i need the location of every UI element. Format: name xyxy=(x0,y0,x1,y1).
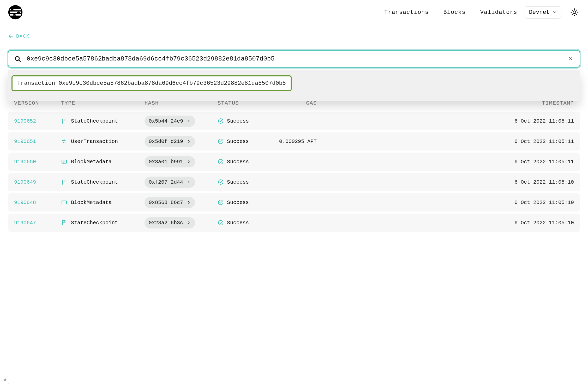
type-label: StateCheckpoint xyxy=(71,118,118,124)
hash-text: 0x3a01…b991 xyxy=(149,159,183,165)
timestamp-cell: 6 Oct 2022 11:05:11 xyxy=(317,159,574,165)
type-cell: BlockMetadata xyxy=(61,159,145,165)
chevron-right-icon xyxy=(187,221,191,225)
timestamp-cell: 6 Oct 2022 11:05:11 xyxy=(317,138,574,144)
flag-icon xyxy=(61,220,67,226)
chevron-right-icon xyxy=(187,139,191,143)
hash-text: 0x5d0f…d219 xyxy=(149,138,183,144)
type-cell: StateCheckpoint xyxy=(61,220,145,226)
type-label: UserTransaction xyxy=(71,138,118,144)
status-label: Success xyxy=(227,118,249,124)
hash-pill[interactable]: 0x5b44…24e9 xyxy=(145,116,195,127)
gas-cell: 0.000295 APT xyxy=(272,138,317,144)
chevron-right-icon xyxy=(187,119,191,123)
chevron-right-icon xyxy=(187,180,191,184)
status-cell: Success xyxy=(218,159,272,165)
version-link[interactable]: 9190652 xyxy=(14,118,61,124)
network-select[interactable]: Devnet xyxy=(525,6,561,19)
hash-pill[interactable]: 0x3a01…b991 xyxy=(145,156,195,167)
flag-icon xyxy=(61,179,67,185)
type-label: BlockMetadata xyxy=(71,159,112,165)
status-cell: Success xyxy=(218,199,272,206)
type-label: StateCheckpoint xyxy=(71,220,118,226)
table-row[interactable]: 9190648BlockMetadata0x8568…86c7Success6 … xyxy=(8,193,580,212)
flag-icon xyxy=(61,118,67,124)
status-cell: Success xyxy=(218,220,272,226)
hash-pill[interactable]: 0x5d0f…d219 xyxy=(145,136,195,147)
hash-text: 0x8568…86c7 xyxy=(149,200,183,206)
hash-text: 0x5b44…24e9 xyxy=(149,118,183,124)
status-label: Success xyxy=(227,200,249,206)
timestamp-cell: 6 Oct 2022 11:05:10 xyxy=(317,220,574,226)
status-cell: Success xyxy=(218,118,272,124)
network-label: Devnet xyxy=(529,9,550,16)
theme-toggle[interactable] xyxy=(569,7,580,18)
main-nav: Transactions Blocks Validators xyxy=(384,9,517,16)
nav-transactions[interactable]: Transactions xyxy=(384,9,429,16)
check-circle-icon xyxy=(218,118,224,124)
type-cell: BlockMetadata xyxy=(61,199,145,206)
hash-pill[interactable]: 0xf207…2d44 xyxy=(145,177,195,188)
status-label: Success xyxy=(227,179,249,185)
close-icon xyxy=(568,56,573,61)
version-link[interactable]: 9190647 xyxy=(14,220,61,226)
status-label: Success xyxy=(227,138,249,144)
search-result-prefix: Transaction xyxy=(17,80,55,87)
check-circle-icon xyxy=(218,138,224,144)
table-header-row: VERSION TYPE HASH STATUS GAS TIMESTAMP xyxy=(8,100,580,112)
back-label: BACK xyxy=(16,34,29,39)
type-label: StateCheckpoint xyxy=(71,179,118,185)
sun-icon xyxy=(570,8,579,16)
top-bar: Transactions Blocks Validators Devnet xyxy=(8,5,580,20)
search-icon xyxy=(14,55,21,63)
chevron-right-icon xyxy=(187,160,191,164)
search-input[interactable] xyxy=(26,55,562,63)
status-cell: Success xyxy=(218,138,272,144)
type-cell: UserTransaction xyxy=(61,138,145,144)
status-label: Success xyxy=(227,159,249,165)
hash-pill[interactable]: 0x8568…86c7 xyxy=(145,197,195,208)
check-circle-icon xyxy=(218,199,224,206)
type-cell: StateCheckpoint xyxy=(61,179,145,185)
status-label: Success xyxy=(227,220,249,226)
chevron-right-icon xyxy=(187,200,191,204)
chevron-down-icon xyxy=(552,10,557,15)
swap-icon xyxy=(61,138,67,144)
table-row[interactable]: 9190649StateCheckpoint0xf207…2d44Success… xyxy=(8,173,580,191)
version-link[interactable]: 9190648 xyxy=(14,200,61,206)
table-row[interactable]: 9190650BlockMetadata0x3a01…b991Success6 … xyxy=(8,153,580,171)
check-circle-icon xyxy=(218,179,224,185)
search-result-transaction[interactable]: Transaction 0xe9c9c30dbce5a57862badba878… xyxy=(11,75,292,91)
table-row[interactable]: 9190652StateCheckpoint0x5b44…24e9Success… xyxy=(8,112,580,130)
clear-search-button[interactable] xyxy=(567,55,574,63)
check-circle-icon xyxy=(218,220,224,226)
back-button[interactable]: BACK xyxy=(8,33,29,39)
check-circle-icon xyxy=(218,159,224,165)
search-results-dropdown: Transaction 0xe9c9c30dbce5a57862badba878… xyxy=(8,70,580,101)
arrow-left-icon xyxy=(8,33,14,39)
hash-pill[interactable]: 0x28a2…6b3c xyxy=(145,217,195,228)
hash-text: 0x28a2…6b3c xyxy=(149,220,183,226)
type-cell: StateCheckpoint xyxy=(61,118,145,124)
version-link[interactable]: 9190651 xyxy=(14,138,61,144)
app-logo[interactable] xyxy=(8,5,23,20)
nav-blocks[interactable]: Blocks xyxy=(443,9,466,16)
card-icon xyxy=(61,159,67,165)
timestamp-cell: 6 Oct 2022 11:05:10 xyxy=(317,200,574,206)
transactions-table: VERSION TYPE HASH STATUS GAS TIMESTAMP 9… xyxy=(8,100,580,232)
hash-text: 0xf207…2d44 xyxy=(149,179,183,185)
version-link[interactable]: 9190649 xyxy=(14,179,61,185)
timestamp-cell: 6 Oct 2022 11:05:10 xyxy=(317,179,574,185)
search-field[interactable] xyxy=(8,50,580,68)
search-result-hash: 0xe9c9c30dbce5a57862badba878da69d6cc4fb7… xyxy=(58,80,286,87)
timestamp-cell: 6 Oct 2022 11:05:11 xyxy=(317,118,574,124)
type-label: BlockMetadata xyxy=(71,200,112,206)
table-row[interactable]: 9190651UserTransaction0x5d0f…d219Success… xyxy=(8,132,580,150)
status-cell: Success xyxy=(218,179,272,185)
version-link[interactable]: 9190650 xyxy=(14,159,61,165)
nav-validators[interactable]: Validators xyxy=(480,9,517,16)
table-row[interactable]: 9190647StateCheckpoint0x28a2…6b3cSuccess… xyxy=(8,214,580,232)
card-icon xyxy=(61,199,67,206)
